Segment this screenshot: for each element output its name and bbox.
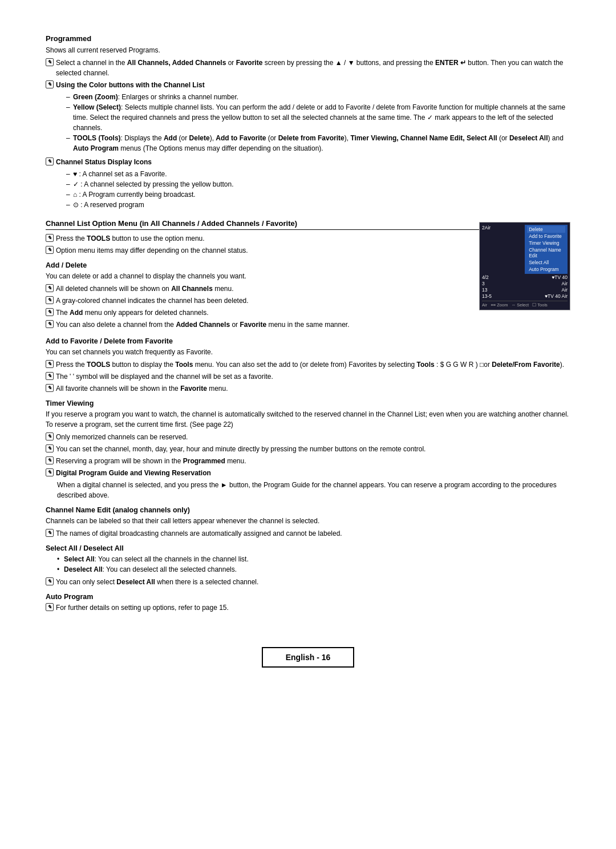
note-icon-del-added: ✎ [46,320,54,328]
status-reserved: ⊙ : A reserved program [66,200,570,210]
page-content: Programmed Shows all current reserved Pr… [46,34,570,668]
status-broadcast: ⌂ : A Program currently being broadcast. [66,189,570,200]
note-icon-desel-all: ✎ [46,577,54,585]
note-icon-gray-ch: ✎ [46,296,54,304]
note-text-desel-all: You can only select Deselect All when th… [56,577,570,587]
note-text-set-ch: You can set the channel, month, day, yea… [56,444,570,454]
note-tools-display: ✎ Press the TOOLS button to display the … [46,359,570,370]
note-text-2: Using the Color buttons with the Channel… [56,80,570,90]
note-symbol-fav: ✎ The ' ' symbol will be displayed and t… [46,371,570,382]
note-memorized: ✎ Only memorized channels can be reserve… [46,432,570,442]
channel-name-edit-desc: Channels can be labeled so that their ca… [46,516,570,526]
note-text-del-added: You can also delete a channel from the A… [56,320,570,330]
programmed-desc: Shows all current reserved Programs. [46,45,570,55]
note-text-all-fav: All favorite channels will be shown in t… [56,383,570,394]
note-text-sym-fav: The ' ' symbol will be displayed and the… [56,371,570,382]
menu-item-channel-name-edit: Channel Name Edit [527,246,565,259]
auto-program-header: Auto Program [46,593,570,601]
note-text-dig-auto: The names of digital broadcasting channe… [56,528,570,539]
select-all-list: Select All: You can select all the chann… [57,554,570,575]
footer-box: English - 16 [262,647,355,668]
channel-row-135: 13-5 ♥TV 40 Air [482,293,568,299]
note-text-reserving: Reserving a program will be shown in the… [56,456,570,466]
channel-ui-menu: Delete Add to Favorite Timer Viewing Cha… [525,225,568,274]
note-row-1: ✎ Select a channel in the All Channels, … [46,58,570,78]
footer-area: English - 16 [46,647,570,668]
note-text-add-menu: The Add menu only appears for deleted ch… [56,308,470,318]
note-set-channel: ✎ You can set the channel, month, day, y… [46,444,570,454]
color-item-yellow: Yellow (Select): Selects multiple channe… [66,102,570,133]
ch-label-42: ♥TV 40 [552,274,568,280]
select-all-header: Select All / Deselect All [46,544,570,552]
status-check: ✓ : A channel selected by pressing the y… [66,179,570,189]
note-row-2: ✎ Using the Color buttons with the Chann… [46,80,570,90]
channel-status-list: ♥ : A channel set as a Favorite. ✓ : A c… [66,169,570,210]
note-icon-channel-status: ✎ [46,157,54,165]
channel-list-content: 2 Air Delete Add to Favorite Timer Viewi… [46,233,570,331]
note-text-tools-disp: Press the TOOLS button to display the To… [56,359,570,370]
channel-row-42: 4/2 ♥TV 40 [482,274,568,280]
ch-num-42: 4/2 [482,274,489,280]
note-digital-auto-assign: ✎ The names of digital broadcasting chan… [46,528,570,539]
note-text-option-diff: Option menu items may differ depending o… [56,245,470,256]
status-favorite: ♥ : A channel set as a Favorite. [66,169,570,179]
ch-label-13: Air [562,287,568,293]
ch-label-135: ♥TV 40 Air [545,293,568,299]
menu-item-add-favorite: Add to Favorite [527,233,565,240]
note-add-menu: ✎ The Add menu only appears for deleted … [46,308,470,318]
ch-label-3: Air [562,281,568,286]
ch-num-135: 13-5 [482,293,492,299]
deselect-all-item: Deselect All: You can deselect all the s… [57,564,570,575]
note-text-dig-guide: Digital Program Guide and Viewing Reserv… [56,468,570,478]
programmed-title: Programmed [46,34,570,43]
note-deselect-all: ✎ You can only select Deselect All when … [46,577,570,587]
note-icon-reserving: ✎ [46,456,54,464]
note-text-auto-prog: For further details on setting up option… [56,603,570,613]
ch-num-13: 13 [482,287,487,293]
add-favorite-desc: You can set channels you watch frequentl… [46,347,570,357]
note-delete-from-added: ✎ You can also delete a channel from the… [46,320,570,330]
note-tools-button: ✎ Press the TOOLS button to use the opti… [46,233,470,244]
note-auto-program: ✎ For further details on setting up opti… [46,603,570,613]
channel-ui-col-label: Air [485,225,491,274]
add-favorite-header: Add to Favorite / Delete from Favorite [46,337,570,345]
channel-ui-image: 2 Air Delete Add to Favorite Timer Viewi… [479,222,570,310]
timer-viewing-header: Timer Viewing [46,399,570,407]
channel-ui-bottom: Air ≡≡ Zoom ↔ Select ☐ Tools [482,301,568,308]
ch-num-3: 3 [482,281,485,286]
channel-ui-header-row: 2 Air Delete Add to Favorite Timer Viewi… [482,225,568,274]
note-text-1: Select a channel in the All Channels, Ad… [56,58,570,78]
note-icon-tools-btn: ✎ [46,234,54,242]
note-all-channels: ✎ All deleted channels will be shown on … [46,284,470,294]
menu-item-auto-program: Auto Program [527,266,565,273]
timer-viewing-desc: If you reserve a program you want to wat… [46,409,570,430]
note-option-menu-diff: ✎ Option menu items may differ depending… [46,245,470,256]
note-text-memorized: Only memorized channels can be reserved. [56,432,570,442]
note-icon-tools-disp: ✎ [46,360,54,368]
note-icon-add-menu: ✎ [46,308,54,316]
note-icon-2: ✎ [46,80,54,88]
note-icon-set-ch: ✎ [46,444,54,452]
note-icon-all-fav: ✎ [46,384,54,392]
note-row-channel-status: ✎ Channel Status Display Icons [46,157,570,167]
menu-item-select-all: Select All [527,259,565,266]
note-icon-option-diff: ✎ [46,246,54,254]
note-gray-channel: ✎ A gray-colored channel indicates the c… [46,296,470,306]
note-digital-guide: ✎ Digital Program Guide and Viewing Rese… [46,468,570,478]
note-text-all-ch: All deleted channels will be shown on Al… [56,284,470,294]
note-icon-1: ✎ [46,58,54,66]
color-item-tools: TOOLS (Tools): Displays the Add (or Dele… [66,133,570,153]
channel-ui-panel: 2 Air Delete Add to Favorite Timer Viewi… [479,222,570,310]
channel-name-edit-header: Channel Name Edit (analog channels only) [46,506,570,514]
note-icon-sym-fav: ✎ [46,372,54,380]
note-icon-dig-guide: ✎ [46,468,54,476]
menu-item-timer-viewing: Timer Viewing [527,240,565,246]
note-text-tools-btn: Press the TOOLS button to use the option… [56,233,470,244]
select-all-item: Select All: You can select all the chann… [57,554,570,564]
note-reserving: ✎ Reserving a program will be shown in t… [46,456,570,466]
color-buttons-list: Green (Zoom): Enlarges or shrinks a chan… [66,92,570,153]
note-icon-memorized: ✎ [46,432,54,440]
channel-row-3: 3 Air [482,281,568,286]
note-icon-auto-prog: ✎ [46,603,54,611]
note-icon-all-ch: ✎ [46,284,54,292]
